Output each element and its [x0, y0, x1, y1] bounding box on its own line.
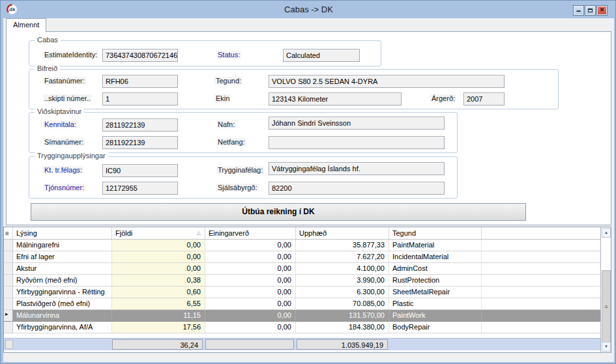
cell-upphaed[interactable]: 6.300,00 — [296, 287, 389, 298]
cell-fjoldi[interactable]: 0,00 — [112, 240, 205, 251]
cell-filler[interactable] — [482, 275, 600, 287]
cell-einingarverd[interactable]: 0,00 — [205, 310, 296, 322]
cell-filler[interactable] — [482, 298, 600, 310]
cell-fjoldi[interactable]: 0,00 — [112, 263, 205, 275]
row-selector-cell[interactable]: ▸ — [4, 310, 13, 322]
cell-upphaed[interactable]: 7.627,20 — [296, 251, 389, 263]
argerd-field[interactable]: 2007 — [463, 92, 505, 105]
cell-lysing[interactable]: Ryðvörn (með efni) — [13, 275, 112, 287]
maximize-button[interactable] — [585, 5, 596, 16]
cell-upphaed[interactable]: 131.570,00 — [296, 310, 389, 322]
kt-trfelags-field[interactable]: IC90 — [102, 164, 178, 177]
row-selector-cell[interactable] — [4, 251, 13, 263]
cell-filler[interactable] — [482, 251, 600, 263]
cell-fjoldi[interactable]: 0,00 — [112, 251, 205, 263]
table-row[interactable]: Plastviðgerð (með efni)6,550,0070.085,00… — [4, 298, 600, 310]
table-row[interactable]: Málningarefni0,000,0035.877,33PaintMater… — [4, 240, 600, 251]
cell-einingarverd[interactable]: 0,00 — [205, 240, 296, 251]
cell-fjoldi[interactable]: 6,55 — [112, 298, 205, 310]
cell-lysing[interactable]: Efni af lager — [13, 251, 112, 263]
cell-upphaed[interactable]: 70.085,00 — [296, 298, 389, 310]
cell-lysing[interactable]: Akstur — [13, 263, 112, 275]
grid-menu-icon: ≡ — [5, 230, 9, 237]
netfang-field[interactable] — [269, 136, 445, 149]
cell-lysing[interactable]: Plastviðgerð (með efni) — [13, 298, 112, 310]
cell-lysing[interactable]: Málningarefni — [13, 240, 112, 251]
grid-corner-cell[interactable]: ≡ — [4, 227, 13, 239]
kennitala-field[interactable]: 2811922139 — [102, 119, 178, 132]
table-row[interactable]: Ryðvörn (með efni)0,380,003.990,00RustPr… — [4, 275, 600, 287]
ekin-field[interactable]: 123143 Kilometer — [269, 92, 402, 105]
table-row[interactable]: Akstur0,000,004.100,00AdminCost — [4, 263, 600, 275]
cell-tegund[interactable]: IncidentalMaterial — [389, 251, 482, 263]
tab-label: Almennt — [13, 21, 39, 29]
cell-lysing[interactable]: Yfirbyggingarvinna, Af/Á — [13, 322, 112, 333]
cell-fjoldi[interactable]: 17,56 — [112, 322, 205, 333]
status-field[interactable]: Calculated — [283, 49, 360, 62]
cell-tegund[interactable]: AdminCost — [389, 263, 482, 275]
row-selector-cell[interactable] — [4, 275, 13, 287]
estimateidentity-label: EstimateIdentity: — [43, 51, 98, 59]
cell-einingarverd[interactable]: 0,00 — [205, 298, 296, 310]
fastanumer-field[interactable]: RFH06 — [102, 75, 178, 88]
cell-einingarverd[interactable]: 0,00 — [205, 322, 296, 333]
table-row[interactable]: Yfirbyggingarvinna, Af/Á17,560,00184.380… — [4, 322, 600, 333]
cell-einingarverd[interactable]: 0,00 — [205, 263, 296, 275]
scroll-up-button[interactable]: ▲ — [602, 228, 611, 238]
trygginafelag-field[interactable]: Vátryggingafélag Íslands hf. — [269, 162, 445, 175]
cell-einingarverd[interactable]: 0,00 — [205, 275, 296, 287]
cell-filler[interactable] — [482, 322, 600, 333]
simanumer-field[interactable]: 2811922139 — [102, 136, 178, 149]
row-selector-cell[interactable] — [4, 263, 13, 275]
cell-filler[interactable] — [482, 287, 600, 298]
cell-upphaed[interactable]: 3.990,00 — [296, 275, 389, 287]
cell-filler[interactable] — [482, 310, 600, 322]
create-invoice-button[interactable]: Útbúa reikning í DK — [31, 203, 526, 221]
column-header-lysing[interactable]: Lýsing — [13, 227, 112, 239]
cell-lysing[interactable]: Yfirbyggingarvinna - Rétting — [13, 287, 112, 298]
table-row[interactable]: ▸Málunarvinna11,150,00131.570,00PaintWor… — [4, 310, 600, 322]
cell-einingarverd[interactable]: 0,00 — [205, 251, 296, 263]
sjalsabyrgd-field[interactable]: 82200 — [269, 182, 445, 195]
cell-filler[interactable] — [482, 240, 600, 251]
cell-upphaed[interactable]: 184.380,00 — [296, 322, 389, 333]
titlebar[interactable]: dk Cabas -> DK ▬ ✕ — [1, 1, 616, 18]
estimateidentity-field[interactable]: 736437430870672146 — [102, 49, 178, 62]
column-header-upphaed[interactable]: Upphæð — [296, 227, 389, 239]
scrollbar-thumb[interactable]: ≡ — [602, 270, 611, 343]
row-selector-cell[interactable] — [4, 298, 13, 310]
cell-fjoldi[interactable]: 0,60 — [112, 287, 205, 298]
cell-lysing[interactable]: Málunarvinna — [13, 310, 112, 322]
cell-tegund[interactable]: Plastic — [389, 298, 482, 310]
close-button[interactable]: ✕ — [596, 5, 608, 16]
tegund-field[interactable]: VOLVO S80 2.5 SEDAN 4-DYRA — [269, 75, 505, 88]
cell-filler[interactable] — [482, 263, 600, 275]
skipti-numer-field[interactable]: 1 — [102, 92, 178, 105]
cell-tegund[interactable]: PaintWork — [389, 310, 482, 322]
table-row[interactable]: Yfirbyggingarvinna - Rétting0,600,006.30… — [4, 287, 600, 298]
cell-tegund[interactable]: RustProtection — [389, 275, 482, 287]
vertical-scrollbar[interactable]: ▲ ≡ ▼ — [600, 227, 611, 352]
cell-tegund[interactable]: SheetMetalRepair — [389, 287, 482, 298]
cell-tegund[interactable]: PaintMaterial — [389, 240, 482, 251]
nafn-field[interactable]: Jóhann Sindri Sveinsson — [269, 117, 445, 130]
cell-upphaed[interactable]: 4.100,00 — [296, 263, 389, 275]
row-selector-cell[interactable] — [4, 322, 13, 333]
scroll-down-button[interactable]: ▼ — [602, 342, 611, 352]
table-row[interactable]: Efni af lager0,000,007.627,20IncidentalM… — [4, 251, 600, 263]
cell-tegund[interactable]: BodyRepair — [389, 322, 482, 333]
cell-fjoldi[interactable]: 11,15 — [112, 310, 205, 322]
column-header-tegund[interactable]: Tegund — [389, 227, 482, 239]
cell-upphaed[interactable]: 35.877,33 — [296, 240, 389, 251]
tjonsnumer-field[interactable]: 12172955 — [102, 182, 178, 195]
row-selector-cell[interactable] — [4, 240, 13, 251]
cell-fjoldi[interactable]: 0,38 — [112, 275, 205, 287]
tab-almennt[interactable]: Almennt — [6, 18, 46, 32]
row-selector-cell[interactable] — [4, 287, 13, 298]
cell-einingarverd[interactable]: 0,00 — [205, 287, 296, 298]
trygginafelag-label: Trygginafélag: — [216, 166, 264, 174]
minimize-button[interactable]: ▬ — [573, 5, 584, 16]
netfang-label: Netfang: — [216, 138, 246, 146]
column-header-einingarverd[interactable]: Einingarverð — [205, 227, 296, 239]
column-header-fjoldi[interactable]: Fjöldi△ — [112, 227, 205, 239]
